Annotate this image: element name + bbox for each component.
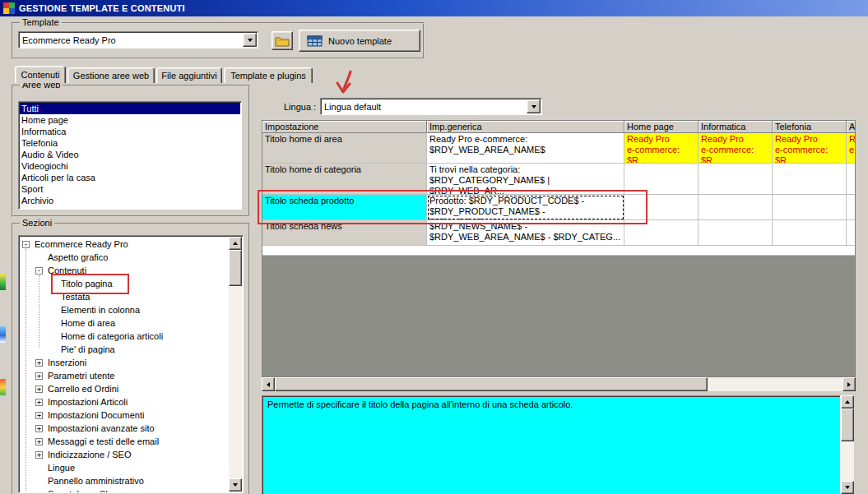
grid-cell[interactable]: Titolo scheda news [262, 220, 427, 246]
grid-cell[interactable]: Ready Pro e-commerce: $R... [773, 133, 847, 164]
listbox-item[interactable]: Audio & Video [20, 149, 240, 160]
tree-expand-plus-icon[interactable]: + [35, 359, 43, 367]
tree-item[interactable]: +Impostazioni avanzate sito [20, 422, 242, 435]
grid-horizontal-scrollbar[interactable] [262, 377, 856, 391]
listbox-item[interactable]: Videogiochi [20, 160, 240, 172]
grid-cell[interactable] [624, 195, 699, 220]
grid-column-header: Informatica [699, 121, 773, 133]
tree-item-label: Home di categoria articoli [59, 331, 165, 341]
tree-item[interactable]: +Indicizzazione / SEO [20, 448, 242, 461]
scroll-up-button[interactable] [841, 395, 854, 409]
scroll-left-button[interactable] [262, 377, 275, 391]
impostazioni-grid: Impostazione Imp.generica Home page Info… [262, 120, 856, 377]
tree-expand-plus-icon[interactable]: + [35, 412, 43, 419]
grid-cell[interactable]: Ready Pro e-commerce: $R... [624, 133, 699, 164]
grid-cell[interactable]: Titolo home di area [262, 133, 427, 164]
tree-expand-plus-icon[interactable]: + [35, 425, 43, 432]
tree-expand-minus-icon[interactable]: - [35, 267, 43, 275]
grid-cell[interactable]: $RDY_NEWS_NAME$ - $RDY_WEB_AREA_NAME$ - … [427, 220, 624, 246]
nuovo-template-button[interactable]: Nuovo template [299, 30, 420, 52]
grid-cell[interactable] [847, 220, 856, 246]
grid-row: Titolo home di categoria Ti trovi nella … [262, 164, 856, 195]
listbox-item[interactable]: Informatica [20, 126, 240, 137]
tree-item[interactable]: -Contenuti [20, 264, 242, 277]
scroll-down-button[interactable] [229, 478, 242, 492]
template-combobox-dropdown-button[interactable] [243, 33, 257, 47]
scrollbar-track[interactable] [708, 377, 842, 391]
tree-expand-plus-icon[interactable]: + [35, 386, 43, 393]
grid-cell[interactable]: Ready Pro e-commerce: $RDY_WEB_AREA_NAME… [427, 133, 624, 164]
tab-contenuti[interactable]: Contenuti [15, 66, 66, 83]
tree-expand-plus-icon[interactable]: + [35, 399, 43, 406]
tree-item[interactable]: +Impostazioni Documenti [20, 409, 242, 422]
tree-item[interactable]: Elementi in colonna [20, 303, 242, 316]
scroll-right-button[interactable] [842, 377, 856, 391]
grid-cell[interactable] [847, 195, 856, 220]
grid-cell[interactable] [699, 164, 773, 195]
grid-cell[interactable]: Re e... [847, 133, 856, 164]
tree-item[interactable]: -Ecommerce Ready Pro [20, 238, 242, 251]
tree-item[interactable]: +Impostazioni Articoli [20, 395, 242, 409]
grid-cell[interactable] [699, 195, 773, 220]
tree-item[interactable]: Pannello amministrativo [20, 474, 242, 487]
grid-cell[interactable] [847, 164, 856, 195]
grid-cell[interactable] [773, 195, 847, 220]
scrollbar-track[interactable] [229, 286, 242, 478]
template-combobox[interactable]: Ecommerce Ready Pro [18, 31, 258, 48]
tab-gestione-aree-web[interactable]: Gestione aree web [67, 67, 155, 83]
grid-cell[interactable]: Titolo scheda prodotto [262, 195, 427, 220]
tree-expand-plus-icon[interactable]: + [35, 438, 43, 446]
lingua-combobox[interactable]: Lingua default [320, 98, 542, 115]
lingua-label: Lingua : [284, 102, 316, 112]
tree-item[interactable]: +Inserzioni [20, 356, 242, 369]
tree-item-label: Testata [59, 292, 91, 302]
tree-item[interactable]: Smartphone Shop [20, 487, 242, 493]
tree-item[interactable]: Aspetto grafico [20, 251, 242, 264]
arrow-down-icon [845, 486, 850, 489]
listbox-item[interactable]: Tutti [20, 103, 240, 114]
grid-cell[interactable]: Ready Pro e-commerce: $R... [699, 133, 773, 164]
open-template-folder-button[interactable] [272, 31, 293, 50]
grid-cell[interactable] [624, 220, 699, 246]
grid-cell[interactable] [624, 164, 699, 195]
scrollbar-thumb[interactable] [841, 409, 854, 441]
tree-item[interactable]: Lingue [20, 461, 242, 474]
scrollbar-track[interactable] [841, 441, 854, 481]
grid-cell[interactable]: Ti trovi nella categoria: $RDY_CATEGORY_… [427, 164, 624, 195]
arrow-down-icon [233, 483, 238, 487]
listbox-item[interactable]: Sport [20, 183, 240, 195]
tree-item[interactable]: Pie' di pagina [20, 343, 242, 356]
grid-empty-row [262, 246, 856, 256]
scroll-up-button[interactable] [229, 237, 242, 250]
tab-template-e-plugins[interactable]: Template e plugins [224, 67, 313, 83]
aree-web-groupbox: Aree web Tutti Home page Informatica Tel… [12, 85, 250, 217]
tree-scrollbar[interactable] [229, 237, 242, 492]
tree-expand-plus-icon[interactable]: + [35, 451, 43, 459]
tree-item[interactable]: +Carrello ed Ordini [20, 382, 242, 395]
tree-item[interactable]: Testata [20, 290, 242, 303]
listbox-item[interactable]: Telefonia [20, 137, 240, 149]
tree-item[interactable]: +Parametri utente [20, 369, 242, 382]
scrollbar-thumb[interactable] [229, 250, 242, 286]
help-vertical-scrollbar[interactable] [841, 395, 854, 494]
tree-item[interactable]: Home di categoria articoli [20, 330, 242, 343]
grid-cell[interactable] [773, 220, 847, 246]
tree-item[interactable]: Home di area [20, 316, 242, 330]
grid-cell-focused[interactable]: Prodotto: $RDY_PRODUCT_CODE$ - $RDY_PROD… [427, 195, 624, 220]
tree-item-titolo-pagina[interactable]: Titolo pagina [20, 277, 242, 290]
tab-file-aggiuntivi[interactable]: File aggiuntivi [156, 67, 222, 83]
grid-cell[interactable]: Titolo home di categoria [262, 164, 427, 195]
nuovo-template-button-label: Nuovo template [328, 36, 392, 46]
chevron-down-icon [531, 105, 536, 108]
listbox-item[interactable]: Articoli per la casa [20, 172, 240, 183]
scroll-down-button[interactable] [841, 481, 854, 494]
tree-expand-minus-icon[interactable]: - [22, 241, 30, 248]
lingua-combobox-dropdown-button[interactable] [527, 99, 541, 113]
scrollbar-thumb[interactable] [275, 377, 708, 391]
listbox-item[interactable]: Archivio [20, 195, 240, 206]
grid-cell[interactable] [773, 164, 847, 195]
grid-cell[interactable] [699, 220, 773, 246]
listbox-item[interactable]: Home page [20, 114, 240, 126]
tree-item[interactable]: +Messaggi e testi delle email [20, 435, 242, 448]
tree-expand-plus-icon[interactable]: + [35, 372, 43, 380]
